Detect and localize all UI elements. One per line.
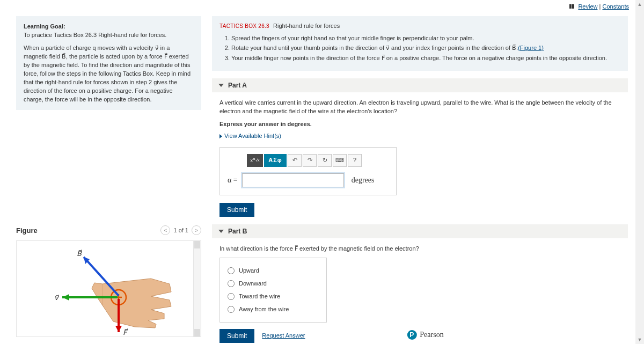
tactics-step: Spread the fingers of your right hand so…	[231, 34, 620, 43]
answer-box: xa√x ΑΣφ ↶ ↷ ↻ ⌨ ? α = degrees	[219, 147, 397, 195]
figure-title: Figure	[16, 226, 38, 235]
tactics-box: TACTICS BOX 26.3 Right-hand rule for for…	[212, 16, 628, 71]
request-answer-link[interactable]: Request Answer	[262, 332, 305, 340]
choice-upward[interactable]: Upward	[228, 265, 319, 277]
chevron-right-icon	[219, 134, 222, 138]
choice-downward[interactable]: Downward	[228, 277, 319, 290]
answer-input[interactable]	[242, 173, 344, 187]
figure-image: B⃗ v⃗ F⃗	[16, 240, 201, 337]
part-a-question: A vertical wire carries current in the u…	[219, 99, 628, 116]
figure-prev-button[interactable]: <	[160, 225, 170, 235]
figure-scrollbar[interactable]	[193, 241, 201, 336]
tactics-step: Your middle finger now points in the dir…	[231, 54, 620, 63]
radio-toward[interactable]	[228, 293, 235, 300]
pearson-logo-icon: P	[407, 330, 416, 340]
part-b-header[interactable]: Part B	[212, 224, 628, 238]
right-hand-diagram: B⃗ v⃗ F⃗	[43, 246, 183, 337]
view-hints-link[interactable]: View Available Hint(s)	[219, 132, 628, 141]
figure-1-link[interactable]: (Figure 1)	[518, 45, 544, 51]
choice-toward[interactable]: Toward the wire	[228, 290, 319, 303]
pearson-footer: P Pearson	[407, 330, 443, 340]
alpha-label: α =	[228, 175, 238, 186]
symbols-tool[interactable]: ΑΣφ	[264, 154, 287, 167]
svg-text:B⃗: B⃗	[77, 250, 82, 258]
learning-goal-box: Learning Goal: To practice Tactics Box 2…	[16, 16, 201, 110]
tactics-box-number: TACTICS BOX 26.3	[219, 23, 269, 29]
svg-marker-9	[62, 294, 69, 301]
learning-goal-subtitle: To practice Tactics Box 26.3 Right-hand …	[24, 31, 194, 40]
choice-away[interactable]: Away from the wire	[228, 303, 319, 316]
svg-text:v⃗: v⃗	[54, 294, 60, 302]
template-tool[interactable]: xa√x	[247, 154, 263, 167]
radio-upward[interactable]	[228, 267, 235, 274]
equation-toolbar: xa√x ΑΣφ ↶ ↷ ↻ ⌨ ?	[247, 154, 389, 167]
help-tool[interactable]: ?	[348, 154, 362, 167]
unit-label: degrees	[352, 175, 375, 186]
reset-tool[interactable]: ↻	[318, 154, 332, 167]
chevron-down-icon	[218, 230, 224, 233]
part-b-question: In what direction is the force F⃗ exerte…	[219, 245, 628, 253]
choices-box: Upward Downward Toward the wire Away fro…	[219, 258, 327, 323]
svg-marker-12	[115, 326, 122, 332]
svg-text:F⃗: F⃗	[123, 328, 128, 336]
figure-counter: 1 of 1	[173, 227, 188, 233]
learning-goal-text: When a particle of charge q moves with a…	[24, 44, 194, 104]
tactics-step: Rotate your hand until your thumb points…	[231, 43, 620, 53]
submit-button-b[interactable]: Submit	[219, 329, 254, 343]
keyboard-tool[interactable]: ⌨	[333, 154, 347, 167]
learning-goal-title: Learning Goal:	[24, 23, 194, 31]
redo-tool[interactable]: ↷	[303, 154, 317, 167]
part-a-instruction: Express your answer in degrees.	[219, 120, 628, 129]
undo-tool[interactable]: ↶	[288, 154, 302, 167]
chevron-down-icon	[218, 84, 224, 87]
submit-button-a[interactable]: Submit	[219, 203, 254, 217]
part-a-header[interactable]: Part A	[212, 78, 628, 92]
radio-away[interactable]	[228, 306, 235, 313]
tactics-box-subtitle: Right-hand rule for forces	[273, 23, 340, 29]
figure-next-button[interactable]: >	[192, 225, 201, 235]
radio-downward[interactable]	[228, 280, 235, 287]
